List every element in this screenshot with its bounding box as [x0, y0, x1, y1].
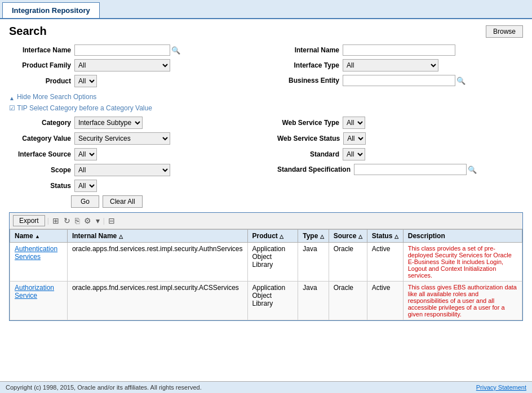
standard-spec-label: Standard Specification — [277, 166, 351, 173]
hide-options-link[interactable]: Hide More Search Options — [17, 93, 96, 101]
refresh-icon[interactable]: ↻ — [64, 216, 70, 225]
export-button[interactable]: Export — [13, 215, 45, 226]
product-row: Product All — [9, 75, 255, 87]
settings-icon[interactable]: ⚙ — [84, 216, 91, 225]
interface-name-row: Interface Name 🔍 — [9, 44, 255, 56]
standard-label: Standard — [277, 150, 339, 158]
copyright-text: Copyright (c) 1998, 2015, Oracle and/or … — [6, 384, 202, 391]
scope-select[interactable]: All — [74, 164, 170, 176]
category-value-select[interactable]: Security Services — [74, 132, 170, 145]
privacy-statement-link[interactable]: Privacy Statement — [476, 384, 526, 391]
cell-name[interactable]: Authorization Service — [10, 282, 68, 320]
cell-source: Oracle — [329, 282, 367, 320]
standard-spec-row: Standard Specification 🔍 — [277, 164, 523, 175]
col-status[interactable]: Status △ — [367, 230, 403, 243]
basic-search-fields: Interface Name 🔍 Product Family All Prod… — [9, 44, 523, 91]
browse-button[interactable]: Browse — [486, 25, 523, 38]
interface-type-select[interactable]: All — [343, 59, 438, 72]
go-button[interactable]: Go — [71, 195, 99, 208]
search-form: Interface Name 🔍 Product Family All Prod… — [9, 44, 523, 208]
interface-source-label: Interface Source — [9, 150, 71, 158]
interface-type-label: Interface Type — [277, 61, 339, 69]
results-section: Export | ⊞ ↻ ⎘ ⚙ ▾ | ⊟ Name ▲ Internal N… — [9, 212, 523, 321]
web-service-type-row: Web Service Type All — [277, 117, 523, 129]
cell-internal-name: oracle.apps.fnd.services.rest.impl.secur… — [67, 282, 247, 320]
scope-label: Scope — [9, 166, 71, 174]
col-description: Description — [403, 230, 522, 243]
advanced-search-fields: Category Interface Subtype Category Valu… — [9, 117, 523, 195]
clear-all-button[interactable]: Clear All — [103, 195, 143, 208]
product-label: Product — [9, 77, 71, 85]
results-table: Name ▲ Internal Name △ Product △ Type △ … — [10, 229, 522, 320]
results-toolbar: Export | ⊞ ↻ ⎘ ⚙ ▾ | ⊟ — [10, 213, 522, 229]
table-row: Authentication Services oracle.apps.fnd.… — [10, 243, 522, 282]
name-link[interactable]: Authorization Service — [15, 284, 54, 300]
category-value-row: Category Value Security Services — [9, 132, 255, 145]
cell-product: Application Object Library — [247, 243, 298, 282]
category-value-label: Category Value — [9, 135, 71, 142]
search-header: Search Browse — [9, 25, 523, 38]
columns-icon[interactable]: ⊟ — [108, 216, 115, 225]
page-title: Search — [9, 25, 47, 38]
standard-spec-search-icon[interactable]: 🔍 — [468, 166, 477, 174]
cell-source: Oracle — [329, 243, 367, 282]
interface-name-label: Interface Name — [9, 46, 71, 54]
advanced-right: Web Service Type All Web Service Status … — [277, 117, 523, 195]
col-internal-name[interactable]: Internal Name △ — [67, 230, 247, 243]
advanced-left: Category Interface Subtype Category Valu… — [9, 117, 255, 195]
business-entity-label: Business Entity — [277, 77, 339, 84]
footer: Copyright (c) 1998, 2015, Oracle and/or … — [0, 381, 532, 393]
col-source[interactable]: Source △ — [329, 230, 367, 243]
cell-internal-name: oracle.apps.fnd.services.rest.impl.secur… — [67, 243, 247, 282]
interface-name-input[interactable] — [74, 44, 170, 56]
name-link[interactable]: Authentication Services — [15, 245, 57, 261]
interface-name-search-icon[interactable]: 🔍 — [171, 46, 180, 55]
status-label: Status — [9, 182, 71, 190]
web-service-type-label: Web Service Type — [277, 119, 339, 127]
interface-source-select[interactable]: All — [74, 148, 97, 160]
internal-name-label: Internal Name — [277, 46, 339, 54]
status-row: Status All — [9, 180, 255, 192]
internal-name-row: Internal Name — [277, 44, 523, 56]
web-service-status-row: Web Service Status All — [277, 132, 523, 145]
interface-type-row: Interface Type All — [277, 59, 523, 72]
product-family-row: Product Family All — [9, 59, 255, 72]
internal-name-input[interactable] — [343, 44, 455, 56]
main-content: Search Browse Interface Name 🔍 Product F… — [0, 19, 532, 327]
hide-options-row: ▲ Hide More Search Options — [9, 93, 523, 103]
product-select[interactable]: All — [74, 75, 97, 87]
category-label: Category — [9, 119, 71, 127]
web-service-status-label: Web Service Status — [277, 135, 340, 142]
col-name[interactable]: Name ▲ — [10, 230, 68, 243]
web-service-type-select[interactable]: All — [343, 117, 365, 129]
cell-type: Java — [298, 282, 329, 320]
interface-source-row: Interface Source All — [9, 148, 255, 160]
cell-product: Application Object Library — [247, 282, 298, 320]
cell-name[interactable]: Authentication Services — [10, 243, 68, 282]
business-entity-search-icon[interactable]: 🔍 — [456, 77, 466, 85]
col-type[interactable]: Type △ — [298, 230, 329, 243]
table-header-row: Name ▲ Internal Name △ Product △ Type △ … — [10, 230, 522, 243]
right-column: Internal Name Interface Type All Busines… — [277, 44, 523, 91]
standard-select[interactable]: All — [343, 148, 365, 160]
cell-description: This class provides a set of pre-deploye… — [403, 243, 522, 282]
business-entity-input[interactable] — [343, 75, 455, 86]
category-select[interactable]: Interface Subtype — [74, 117, 143, 129]
tip-text: ☑ TIP Select Category before a Category … — [9, 104, 523, 112]
left-column: Interface Name 🔍 Product Family All Prod… — [9, 44, 255, 91]
business-entity-row: Business Entity 🔍 — [277, 75, 523, 86]
integration-repository-tab[interactable]: Integration Repository — [2, 2, 100, 18]
standard-spec-input[interactable] — [354, 164, 467, 175]
status-select[interactable]: All — [74, 180, 97, 192]
web-service-status-select[interactable]: All — [343, 132, 366, 145]
tab-bar: Integration Repository — [0, 0, 532, 19]
cell-status: Active — [367, 243, 403, 282]
copy-icon[interactable]: ⎘ — [75, 216, 79, 225]
product-family-select[interactable]: All — [74, 59, 170, 72]
scope-row: Scope All — [9, 164, 255, 176]
detach-icon[interactable]: ⊞ — [52, 216, 59, 225]
cell-type: Java — [298, 243, 329, 282]
action-row: Go Clear All — [9, 195, 523, 208]
col-product[interactable]: Product △ — [247, 230, 298, 243]
settings-dropdown-icon[interactable]: ▾ — [96, 216, 100, 225]
